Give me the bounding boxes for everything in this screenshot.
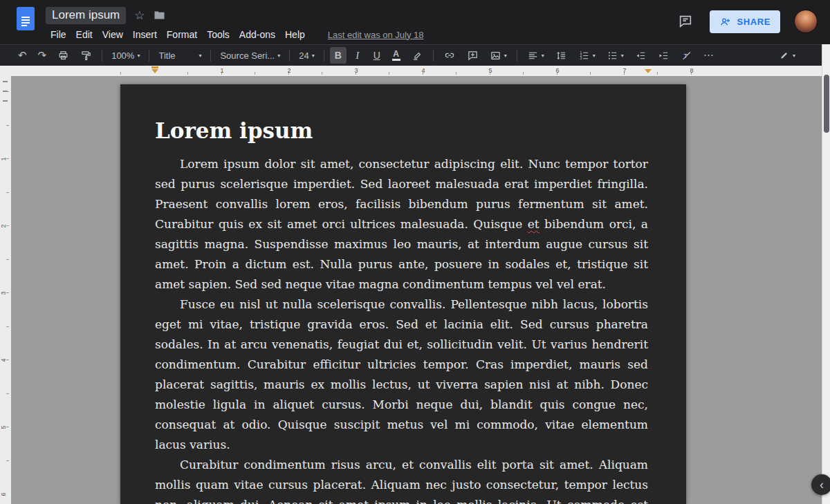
paint-format-button[interactable] [76,47,96,64]
insert-comment-button[interactable] [463,47,483,64]
vertical-ruler[interactable]: 1 2 3 4 5 6 [0,76,11,504]
chevron-down-icon: ▾ [277,53,280,59]
zoom-select[interactable]: 100% ▾ [108,47,143,64]
menu-view[interactable]: View [98,27,128,42]
align-button[interactable]: ▾ [523,47,548,64]
paragraph[interactable]: Lorem ipsum dolor sit amet, consectetur … [155,154,648,295]
outdent-icon [635,50,647,62]
redo-button[interactable]: ↷ [34,47,51,64]
chevron-down-icon: ▾ [621,53,624,59]
app-header: Lorem ipsum ☆ File Edit View Insert Form… [0,0,830,44]
person-add-icon [719,16,731,28]
collapse-side-panel-button[interactable]: ‹ [811,474,830,495]
style-value: Title [158,50,175,61]
italic-button[interactable]: I [349,47,366,64]
right-indent-marker[interactable] [645,69,652,73]
line-spacing-button[interactable] [551,47,571,64]
doc-title-input[interactable]: Lorem ipsum [46,7,126,24]
chevron-down-icon: ▾ [793,53,795,59]
scrollbar-thumb[interactable] [824,75,829,133]
ruler-number: 4 [0,358,7,362]
styles-select[interactable]: Title ▾ [155,47,205,64]
menu-format[interactable]: Format [162,27,202,42]
bold-button[interactable]: B [330,47,347,64]
pencil-icon [779,50,790,61]
open-comments-button[interactable] [675,11,696,32]
font-select[interactable]: Source Seri... ▾ [216,47,284,64]
menu-bar: File Edit View Insert Format Tools Add-o… [46,27,675,42]
toolbar-separator [324,50,324,62]
menu-help[interactable]: Help [280,27,310,42]
indent-icon [658,50,670,62]
google-docs-app: Lorem ipsum ☆ File Edit View Insert Form… [0,0,830,504]
ruler-number: 4 [421,67,425,74]
toolbar-separator [102,50,102,62]
docs-logo-icon[interactable] [17,7,35,30]
menu-file[interactable]: File [46,27,71,42]
comment-icon [678,14,693,29]
star-icon[interactable]: ☆ [134,8,145,23]
chevron-left-icon: ‹ [820,478,824,491]
last-edit-link[interactable]: Last edit was on July 18 [328,30,424,40]
link-icon [443,49,456,62]
toolbar: ↶ ↷ 100% ▾ Title ▾ [0,44,830,66]
zoom-value: 100% [111,50,134,61]
numbered-list-button[interactable]: 1 2 3 ▾ [574,47,600,64]
insert-image-button[interactable]: ▾ [486,47,511,64]
line-spacing-icon [555,50,567,62]
share-button[interactable]: SHARE [710,10,780,33]
decrease-indent-button[interactable] [631,47,651,64]
toolbar-separator [289,50,290,62]
doc-body[interactable]: Lorem ipsum dolor sit amet, consectetur … [155,154,648,504]
increase-indent-button[interactable] [654,47,674,64]
clear-formatting-button[interactable]: T [676,47,697,64]
ruler-number: 5 [488,67,492,74]
menu-insert[interactable]: Insert [128,27,162,42]
undo-button[interactable]: ↶ [14,47,31,64]
svg-text:3: 3 [580,57,582,60]
text-color-button[interactable]: A [388,47,405,64]
numbered-list-icon: 1 2 3 [578,50,590,62]
menu-addons[interactable]: Add-ons [234,27,280,42]
doc-heading[interactable]: Lorem ipsum [155,119,648,144]
document-page[interactable]: Lorem ipsum Lorem ipsum dolor sit amet, … [120,84,686,504]
print-button[interactable] [53,47,73,64]
ruler-number: 8 [690,67,693,74]
paint-roller-icon [80,50,92,62]
title-row: Lorem ipsum ☆ [46,6,675,25]
menu-edit[interactable]: Edit [71,27,98,42]
misspelled-word[interactable]: et [528,217,540,231]
horizontal-ruler[interactable]: 1 2 3 4 5 6 7 8 [0,66,822,76]
chevron-down-icon: ▾ [199,53,201,59]
comment-add-icon [467,50,479,62]
font-size-select[interactable]: 24 ▾ [295,47,317,64]
header-main: Lorem ipsum ☆ File Edit View Insert Form… [46,6,675,42]
left-indent-marker[interactable] [151,66,158,73]
first-line-indent-marker[interactable] [151,66,158,68]
chevron-down-icon: ▾ [312,53,315,59]
ruler-number: 1 [220,67,223,74]
ruler-ticks [120,72,706,75]
ruler-number: 3 [0,291,7,295]
chevron-down-icon: ▾ [137,53,140,59]
toolbar-separator [149,50,149,62]
toolbar-separator [517,50,517,62]
paragraph[interactable]: Curabitur condimentum risus arcu, et con… [155,455,648,504]
highlight-color-button[interactable] [407,47,427,64]
paragraph[interactable]: Fusce eu nisl ut nulla scelerisque conva… [155,295,648,455]
ruler-number: 5 [0,425,7,429]
editing-mode-button[interactable]: ▾ [775,47,800,64]
ruler-number: 3 [354,67,358,74]
insert-link-button[interactable] [439,47,460,64]
highlighter-icon [412,50,423,62]
more-toolbar-button[interactable]: ⋯ [699,47,718,64]
text-color-icon: A [392,50,400,61]
toolbar-separator [210,50,211,62]
underline-button[interactable]: U [369,47,385,64]
menu-tools[interactable]: Tools [202,27,234,42]
move-folder-icon[interactable] [154,10,165,20]
avatar[interactable] [794,10,818,33]
vertical-scrollbar[interactable] [822,44,830,504]
bulleted-list-button[interactable]: ▾ [602,47,628,64]
ruler-number: 6 [555,67,559,74]
